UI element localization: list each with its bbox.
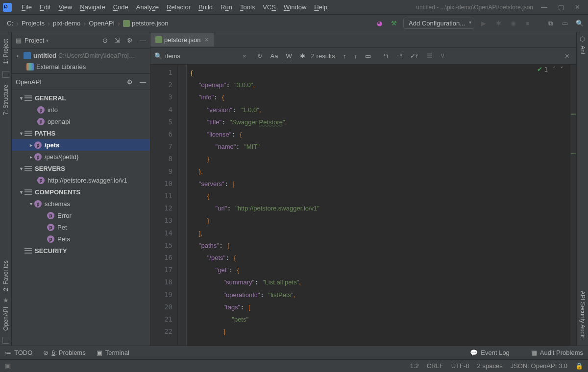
openapi-tool-tab[interactable]: OpenAPI (1, 304, 10, 334)
remove-selection-icon[interactable]: ⁻⟟ (396, 52, 402, 60)
project-tool-tab[interactable]: 1: Project (1, 36, 10, 67)
openapi-item-error[interactable]: p Error (12, 209, 150, 221)
menu-run[interactable]: Run (217, 2, 236, 12)
add-selection-icon[interactable]: ⁺⟟ (383, 52, 389, 60)
git-icon[interactable]: ⧉ (545, 18, 556, 29)
section-security[interactable]: SECURITY (12, 245, 150, 256)
gear-icon[interactable]: ⚙ (127, 78, 133, 86)
close-icon[interactable]: ✕ (575, 3, 580, 11)
regex-icon[interactable]: ✱ (300, 52, 305, 60)
audit-problems-tool[interactable]: ▦Audit Problems (531, 349, 583, 356)
project-root-row[interactable]: ▸ untitled C:\Users\Dmitry\IdeaProj… (12, 50, 150, 61)
filter-funnel-icon[interactable]: ⑂ (441, 52, 444, 60)
menu-edit[interactable]: Edit (36, 2, 54, 12)
openapi-item-schemas[interactable]: ▾ p schemas (12, 198, 150, 209)
project-panel-header: ▤ Project ▾ ⊙ ⇲ ⚙ — (12, 32, 150, 49)
menu-vcs[interactable]: VCS (259, 2, 280, 12)
close-tab-icon[interactable]: × (204, 36, 208, 44)
fold-gutter[interactable] (178, 65, 187, 346)
section-general[interactable]: ▾ GENERAL (12, 92, 150, 104)
maximize-icon[interactable]: ▢ (558, 3, 564, 11)
hide-icon[interactable]: — (140, 37, 146, 44)
breadcrumb-item[interactable]: Projects (22, 20, 45, 27)
menu-view[interactable]: View (54, 2, 76, 12)
whole-word-icon[interactable]: W (286, 52, 292, 60)
project-panel-title[interactable]: Project (24, 37, 44, 44)
locate-icon[interactable]: ⊙ (102, 37, 108, 44)
editor-tabs: petstore.json × (150, 32, 576, 48)
menu-help[interactable]: Help (310, 2, 331, 12)
openapi-item-server1[interactable]: p http://petstore.swagger.io/v1 (12, 174, 150, 186)
item-label: Error (57, 212, 72, 219)
coverage-icon[interactable]: ◉ (508, 18, 518, 29)
line-separator[interactable]: CRLF (427, 362, 443, 370)
stop-icon[interactable]: ■ (522, 18, 533, 29)
ant-tool-tab[interactable]: Ant (578, 43, 587, 57)
menu-navigate[interactable]: Navigate (76, 2, 109, 12)
history-icon[interactable]: ↻ (257, 52, 263, 60)
favorites-tool-tab[interactable]: 2: Favorites (1, 257, 10, 294)
star-icon: ★ (3, 297, 9, 304)
prev-match-icon[interactable]: ↑ (343, 52, 346, 60)
menu-window[interactable]: Window (280, 2, 310, 12)
rc-icon[interactable]: ◕ (374, 18, 385, 29)
code-editor[interactable]: { "openapi": "3.0.0", "info": { "version… (187, 65, 576, 346)
hide-icon[interactable]: — (140, 78, 146, 86)
inspection-status[interactable]: ✔ 1 ˄ ˅ (537, 66, 564, 73)
menu-refactor[interactable]: Refactor (163, 2, 195, 12)
breadcrumb-item[interactable]: petstore.json (132, 20, 168, 27)
external-libraries-row[interactable]: External Libraries (12, 61, 150, 72)
security-audit-tab[interactable]: API Security Audit (578, 288, 587, 341)
openapi-item-info[interactable]: p info (12, 104, 150, 116)
cursor-position[interactable]: 1:2 (410, 362, 419, 370)
openapi-item-pets[interactable]: ▸ p /pets (12, 139, 150, 151)
terminal-tool[interactable]: ▣Terminal (97, 349, 129, 356)
breadcrumb-item[interactable]: pixi-demo (53, 20, 80, 27)
breadcrumb-root[interactable]: C: (7, 20, 13, 27)
todo-tool[interactable]: ≔TODO (5, 349, 32, 356)
openapi-item-openapi[interactable]: p openapi (12, 116, 150, 127)
close-find-icon[interactable]: × (565, 52, 572, 61)
clear-find-icon[interactable]: × (243, 52, 246, 60)
menu-tools[interactable]: Tools (236, 2, 259, 12)
match-case-icon[interactable]: Aa (270, 52, 278, 60)
openapi-item-petid[interactable]: ▸ p /pets/{petId} (12, 151, 150, 163)
section-servers[interactable]: ▾ SERVERS (12, 163, 150, 174)
encoding[interactable]: UTF-8 (451, 362, 469, 370)
project-tree: ▸ untitled C:\Users\Dmitry\IdeaProj… Ext… (12, 49, 150, 73)
menu-file[interactable]: File (18, 2, 36, 12)
filter-bars-icon[interactable]: ☰ (427, 52, 433, 60)
section-components[interactable]: ▾ COMPONENTS (12, 186, 150, 198)
hammer-icon[interactable]: ⚒ (389, 18, 399, 29)
breadcrumb-item[interactable]: OpenAPI (89, 20, 115, 27)
select-all-icon[interactable]: ▭ (365, 52, 371, 60)
openapi-item-pet[interactable]: p Pet (12, 221, 150, 233)
next-match-icon[interactable]: ↓ (354, 52, 357, 60)
minimize-icon[interactable]: — (541, 3, 547, 11)
module-icon[interactable]: ▭ (560, 18, 570, 29)
lock-icon[interactable]: 🔒 (575, 362, 583, 370)
menu-analyze[interactable]: Analyze (132, 2, 163, 12)
all-selection-icon[interactable]: ✓⟟ (410, 52, 418, 60)
gear-icon[interactable]: ⚙ (127, 37, 133, 44)
openapi-item-pets2[interactable]: p Pets (12, 233, 150, 245)
editor-tab[interactable]: petstore.json × (150, 33, 214, 47)
editor-scrollbar[interactable] (570, 65, 576, 346)
event-log-tool[interactable]: 💬Event Log (470, 349, 510, 356)
language-schema[interactable]: JSON: OpenAPI 3.0 (511, 362, 567, 370)
section-label: SECURITY (35, 247, 67, 255)
menu-code[interactable]: Code (109, 2, 132, 12)
search-everywhere-icon[interactable]: 🔍 (574, 18, 585, 29)
menu-build[interactable]: Build (195, 2, 217, 12)
structure-tool-tab[interactable]: 7: Structure (1, 82, 10, 118)
problems-tool[interactable]: ⊘6: Problems (43, 349, 85, 356)
section-paths[interactable]: ▾ PATHS (12, 127, 150, 139)
status-widget-icon[interactable]: ▣ (5, 362, 11, 370)
indent[interactable]: 2 spaces (477, 362, 503, 370)
debug-icon[interactable]: ✱ (493, 18, 504, 29)
run-icon[interactable]: ▶ (478, 18, 489, 29)
run-configuration-dropdown[interactable]: Add Configuration... (403, 18, 474, 29)
find-input[interactable] (165, 52, 253, 60)
breadcrumb[interactable]: C: › Projects › pixi-demo › OpenAPI › pe… (0, 19, 171, 27)
expand-icon[interactable]: ⇲ (115, 37, 120, 44)
